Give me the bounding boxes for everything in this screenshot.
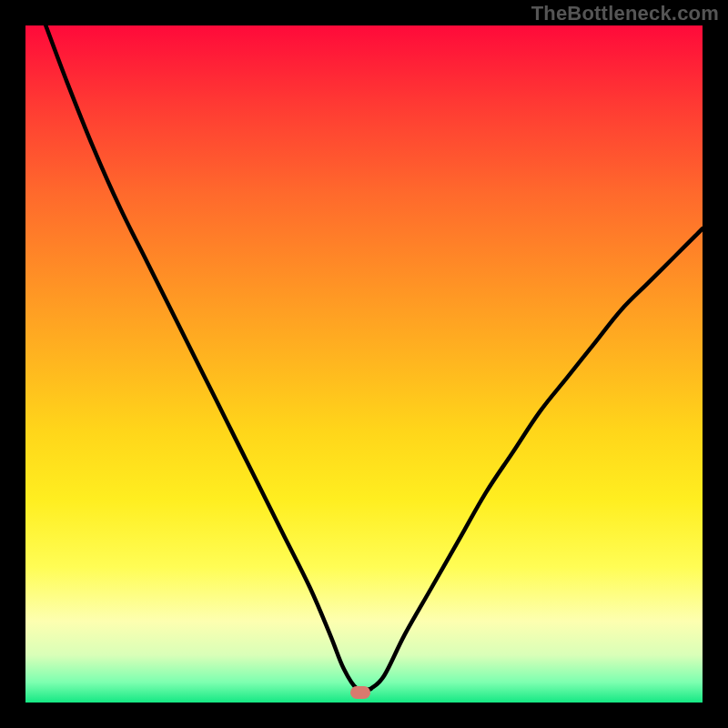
- left-curve: [46, 25, 370, 691]
- minimum-marker: [350, 686, 370, 699]
- right-curve: [370, 228, 703, 689]
- curve-layer: [25, 25, 703, 703]
- plot-area: [25, 25, 703, 703]
- chart-frame: TheBottleneck.com: [0, 0, 728, 728]
- watermark-label: TheBottleneck.com: [531, 2, 719, 25]
